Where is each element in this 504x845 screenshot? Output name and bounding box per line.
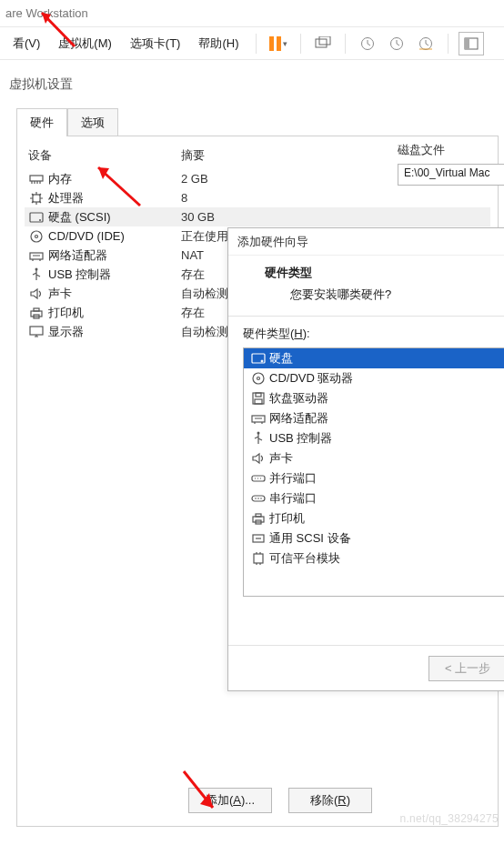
hardware-type-item[interactable]: 可信平台模块 [244,548,504,568]
clock-button-3[interactable] [414,32,438,55]
tabstrip: 硬件 选项 [16,107,499,136]
usb-icon [28,267,45,282]
net-icon [249,412,267,425]
printer-icon [28,306,45,320]
separator [300,34,301,54]
device-name: 硬盘 (SCSI) [48,209,181,226]
hardware-type-label: 软盘驱动器 [269,390,328,407]
floppy-icon [249,391,267,406]
disk-file-label: 磁盘文件 [398,142,504,158]
add-button[interactable]: 添加(A)... [188,788,272,813]
hardware-type-label: 串行端口 [269,490,317,507]
svg-rect-9 [30,213,43,222]
svg-point-11 [31,231,42,242]
device-name: CD/DVD (IDE) [48,229,181,243]
cd-icon [28,229,45,244]
usb-icon [249,431,267,446]
back-button[interactable]: < 上一步 [428,656,504,681]
pause-icon [269,36,281,51]
pause-button[interactable]: ▾ [267,32,290,55]
remove-button[interactable]: 移除(R) [288,788,372,813]
svg-rect-6 [465,38,469,49]
wizard-title: 添加硬件向导 [228,228,504,256]
menu-view[interactable]: 看(V) [4,27,49,60]
svg-point-30 [255,498,257,499]
hardware-type-item[interactable]: 串行端口 [244,488,504,508]
remove-button-label: 移除(R) [310,792,350,809]
hardware-type-item[interactable]: 声卡 [244,448,504,468]
device-name: 打印机 [48,305,181,321]
menu-vm[interactable]: 虚拟机(M) [49,27,121,60]
device-name: 显示器 [48,324,181,340]
disk-file-field[interactable]: E:\00_Virtual Mac [398,164,504,186]
settings-title: 虚拟机设置 [9,76,499,93]
wizard-footer: < 上一步 [228,645,504,690]
clock-button-2[interactable] [385,32,408,55]
svg-point-21 [253,373,264,384]
hardware-type-label: 硬盘 [269,350,293,367]
hardware-type-item[interactable]: 硬盘 [244,348,504,368]
device-name: 网络适配器 [48,247,181,264]
hardware-type-item[interactable]: 软盘驱动器 [244,388,504,408]
hardware-type-label: 并行端口 [269,470,317,487]
snapshot-icon [315,36,331,51]
svg-point-12 [35,235,38,237]
menubar: 看(V) 虚拟机(M) 选项卡(T) 帮助(H) ▾ [0,27,504,60]
svg-rect-15 [31,311,42,317]
hardware-type-item[interactable]: 网络适配器 [244,408,504,428]
svg-point-10 [39,219,41,221]
hardware-type-item[interactable]: 通用 SCSI 设备 [244,528,504,548]
parallel-icon [249,473,267,484]
svg-rect-18 [30,327,43,335]
sound-icon [28,287,45,301]
hardware-type-item[interactable]: USB 控制器 [244,428,504,448]
device-row[interactable]: 处理器8 [25,188,490,207]
device-summary: 30 GB [181,210,490,224]
clock-icon [389,36,404,51]
button-row: 添加(A)... 移除(R) [188,788,372,813]
tab-hardware[interactable]: 硬件 [16,108,67,136]
scsi-icon [249,532,267,545]
display-icon [28,325,45,339]
hardware-type-label: 可信平台模块 [269,550,340,567]
clock-button-1[interactable] [356,32,379,55]
menu-help[interactable]: 帮助(H) [189,27,247,60]
svg-rect-34 [256,514,261,517]
caret-icon: ▾ [283,39,287,48]
device-row[interactable]: 硬盘 (SCSI)30 GB [25,207,490,226]
wizard-list-label: 硬件类型(H): [243,326,504,342]
wizard-heading: 硬件类型 [265,265,504,281]
watermark: n.net/qq_38294275 [399,812,499,825]
hardware-type-item[interactable]: 打印机 [244,508,504,528]
hardware-type-label: USB 控制器 [269,430,332,447]
hardware-type-item[interactable]: CD/DVD 驱动器 [244,368,504,388]
device-name: 声卡 [48,286,181,302]
hardware-type-label: 通用 SCSI 设备 [269,530,351,547]
hardware-type-label: CD/DVD 驱动器 [269,370,353,387]
menu-tabs[interactable]: 选项卡(T) [121,27,190,60]
device-name: USB 控制器 [48,267,181,283]
svg-rect-7 [30,176,43,181]
add-hardware-wizard: 添加硬件向导 硬件类型 您要安装哪类硬件? 硬件类型(H): 硬盘CD/DVD … [227,227,504,691]
svg-point-14 [35,267,38,270]
net-icon [28,248,45,263]
clock-revert-icon [418,36,434,51]
snapshot-button[interactable] [311,32,335,55]
svg-point-20 [261,360,263,362]
add-button-label: 添加(A)... [206,792,255,809]
clock-icon [360,36,375,51]
svg-rect-25 [255,399,262,404]
tpm-icon [249,552,267,565]
hardware-type-list[interactable]: 硬盘CD/DVD 驱动器软盘驱动器网络适配器USB 控制器声卡并行端口串行端口打… [243,347,504,597]
window-title: are Workstation [0,0,504,27]
hardware-type-label: 声卡 [269,450,293,467]
fullscreen-button[interactable] [459,32,484,55]
svg-rect-37 [254,554,263,563]
cd-icon [249,371,267,386]
hardware-type-item[interactable]: 并行端口 [244,468,504,488]
separator [448,34,449,54]
device-name: 处理器 [48,190,181,206]
device-name: 内存 [48,171,181,187]
tab-options[interactable]: 选项 [67,108,118,136]
header-device: 设备 [28,147,181,164]
